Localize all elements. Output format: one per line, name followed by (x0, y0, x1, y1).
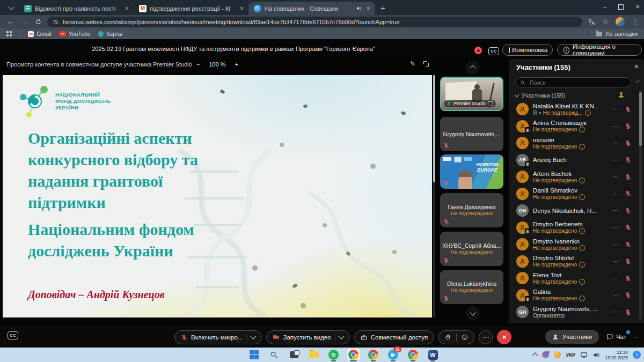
all-bookmarks-button[interactable]: | Усі закладки (591, 31, 638, 37)
participant-row[interactable]: Elena Tovt Не подтвержденоi ⋯ (509, 270, 638, 287)
layout-button[interactable]: Компоновка (502, 44, 553, 56)
start-button[interactable] (248, 349, 260, 361)
tray-app-icon[interactable] (542, 351, 549, 358)
participant-row[interactable]: Dmytro Shtofel Не подтвержденоi ⋯ (509, 253, 638, 270)
reactions-button[interactable] (438, 330, 474, 344)
raise-hand-icon[interactable] (445, 334, 451, 341)
minimize-button[interactable]: – (603, 4, 606, 10)
browser-tab-3-active[interactable]: На совещании · Совещани × (249, 2, 375, 15)
chat-toggle-button[interactable]: Чат (606, 334, 626, 340)
search-input[interactable] (529, 79, 606, 86)
leave-meeting-button[interactable]: × (497, 330, 511, 344)
word-icon[interactable]: W (427, 349, 439, 361)
bookmark-maps[interactable]: Карты (98, 31, 122, 37)
video-tile-khnuvs[interactable]: ХНУВС_Сергій Абла... Не подтверждено (440, 232, 503, 266)
reload-button[interactable] (35, 18, 42, 25)
sort-icon[interactable]: ↓↑ (635, 78, 640, 84)
bookmark-gmail[interactable]: M Gmail (28, 31, 51, 37)
smiley-icon[interactable] (462, 334, 468, 341)
browser-tab-2[interactable]: M підтвердження реєстрації - КІ × (134, 2, 249, 15)
more-options-icon[interactable]: ⋯ (611, 308, 620, 315)
video-tile-grygoriy[interactable]: Grygoriy Naumovets,... (440, 117, 503, 151)
more-options-icon[interactable]: ⋯ (611, 173, 620, 180)
participant-row[interactable]: Dmytro Ivanenko Не подтвержденоi ⋯ (509, 236, 638, 253)
participants-search[interactable] (515, 77, 631, 87)
browser-menu-icon[interactable]: ⋮ (632, 18, 639, 26)
participant-row[interactable]: GH Grygoriy Naumovets, ... Организатор ⋯ (509, 304, 638, 321)
more-options-icon[interactable]: ⋯ (611, 190, 620, 197)
tray-app-icon[interactable] (554, 351, 561, 358)
more-options-icon[interactable]: ⋯ (611, 207, 620, 214)
captions-icon[interactable]: CC (8, 331, 18, 339)
volume-icon[interactable] (592, 351, 600, 359)
bookmark-youtube[interactable]: YouTube (59, 31, 91, 37)
video-tile-horizon[interactable]: HORIZON EUROPE (440, 154, 503, 189)
task-view-icon[interactable] (288, 349, 300, 361)
clock[interactable]: 11:30 19.02.2025 (605, 350, 628, 360)
zoom-in-button[interactable]: + (235, 61, 238, 68)
more-options-icon[interactable]: ⋯ (611, 224, 620, 231)
participant-row[interactable]: Dmytro Berbenets Не подтвержденоi ⋯ (509, 219, 638, 237)
captions-icon[interactable]: CC (488, 47, 499, 55)
more-options-icon[interactable]: ⋯ (611, 139, 620, 146)
file-explorer-icon[interactable] (308, 349, 320, 361)
chevron-down-icon[interactable] (338, 333, 344, 339)
participant-row[interactable]: Artem Bachok Не подтвержденоi ⋯ (509, 168, 638, 186)
telegram-icon[interactable]: 21 (387, 349, 399, 361)
chrome-icon-3[interactable] (407, 349, 419, 361)
participant-row[interactable]: Galina Не подтвержденоi ⋯ (509, 287, 638, 304)
participants-toggle-button[interactable]: Участники (545, 330, 599, 344)
spotify-icon[interactable] (327, 349, 340, 361)
video-tile-olena[interactable]: Olena Lukianykhina Не подтверждено (440, 270, 503, 304)
chrome-icon-2[interactable] (367, 349, 379, 361)
tab-close-icon[interactable]: × (365, 5, 372, 12)
unmute-button[interactable]: Включить микро... (174, 330, 262, 344)
participant-row[interactable]: AB Aneeq Buch ⋯ (509, 152, 638, 169)
site-settings-icon[interactable] (53, 19, 59, 25)
taskbar-search-icon[interactable] (268, 349, 280, 361)
participants-group-header[interactable]: Участники (155) (515, 92, 565, 99)
participant-row[interactable]: Nataliia Kitsel KLK KN... Я• Не подтверж… (509, 101, 638, 118)
share-button[interactable]: Совместный доступ (354, 330, 434, 344)
restore-button[interactable] (618, 4, 624, 10)
fullscreen-icon[interactable] (423, 61, 429, 67)
more-options-icon[interactable]: ⋯ (611, 275, 620, 282)
slide-scrollbar[interactable] (433, 75, 435, 317)
more-options-icon[interactable]: ⋯ (611, 123, 620, 130)
expand-tile-icon[interactable] (488, 101, 493, 106)
url-bar[interactable]: heoinua.webex.com/wbxmjs/joinservice/sit… (47, 17, 582, 27)
video-tile-premier-studio[interactable]: Premier Studio (440, 77, 503, 111)
more-panels-icon[interactable]: ⋯ (634, 334, 640, 341)
participant-row[interactable]: Daniil Shmatkov Не подтвержденоi ⋯ (509, 186, 638, 203)
tray-expand-icon[interactable] (532, 352, 538, 358)
back-button[interactable]: ← (7, 18, 14, 26)
video-tile-ganna[interactable]: Ганна Даваиденко Не подтверждено (440, 193, 503, 227)
display-icon[interactable] (580, 351, 588, 359)
more-options-icon[interactable]: ⋯ (611, 241, 620, 248)
browser-tab-1[interactable]: Відомості про наявність пості × (19, 2, 134, 15)
rail-scroll-down-button[interactable] (466, 307, 479, 320)
zoom-level[interactable]: 100 % (209, 61, 225, 68)
tab-close-icon[interactable]: × (123, 5, 130, 12)
rail-scroll-up-button[interactable] (466, 61, 479, 73)
zoom-out-button[interactable]: − (196, 61, 200, 68)
participant-row[interactable]: Аліна Стельмащук Не подтвержденоi ⋯ (509, 118, 638, 135)
tab-close-icon[interactable]: × (238, 5, 245, 12)
close-window-button[interactable]: × (635, 3, 640, 11)
url-text[interactable]: heoinua.webex.com/wbxmjs/joinservice/sit… (63, 19, 400, 25)
meeting-info-button[interactable]: i Информация о совещании (557, 44, 642, 56)
more-options-button[interactable]: ⋯ (479, 330, 493, 344)
profile-avatar[interactable] (616, 17, 625, 26)
more-options-icon[interactable]: ⋯ (611, 258, 620, 265)
chevron-down-icon[interactable] (250, 333, 256, 339)
participants-scrollbar[interactable] (639, 90, 642, 320)
more-options-icon[interactable]: ⋯ (611, 106, 620, 113)
chrome-icon-active[interactable] (347, 349, 360, 361)
bookmark-star-icon[interactable]: ☆ (602, 18, 609, 26)
notification-count-badge[interactable]: 1 (633, 351, 641, 359)
annotate-icon[interactable]: ✎ (410, 60, 415, 68)
more-options-icon[interactable]: ⋯ (611, 292, 620, 299)
language-indicator[interactable]: УКР (566, 352, 575, 358)
forward-button[interactable]: → (21, 18, 28, 26)
tab-search-button[interactable] (4, 2, 18, 13)
